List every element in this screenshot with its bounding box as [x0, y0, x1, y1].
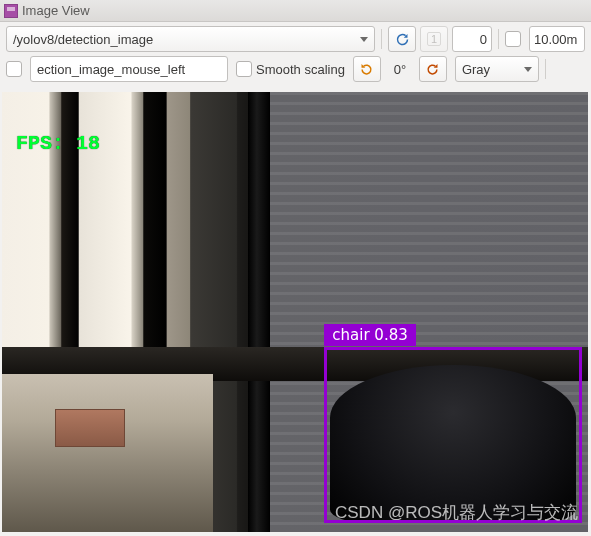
divider [545, 59, 546, 79]
scene-window-frame [248, 92, 270, 532]
colormap-value: Gray [462, 62, 490, 77]
detection-bbox-chair: chair 0.83 [324, 347, 582, 523]
detection-label: chair 0.83 [324, 324, 415, 346]
frame-number-value: 0 [480, 32, 487, 47]
rate-checkbox[interactable] [505, 31, 521, 47]
rotation-readout: 0° [385, 62, 415, 77]
topic-value: /yolov8/detection_image [13, 32, 153, 47]
refresh-button[interactable] [388, 26, 416, 52]
app-icon [4, 4, 18, 18]
divider [498, 29, 499, 49]
title-bar: Image View [0, 0, 591, 22]
mouse-publish-checkbox[interactable] [6, 61, 22, 77]
image-view[interactable]: FPS: 18 chair 0.83 CSDN @ROS机器人学习与交流 [2, 92, 588, 532]
toolbar-row-1: /yolov8/detection_image 1 0 10.00m [0, 22, 591, 56]
smooth-label: Smooth scaling [256, 62, 345, 77]
scene-shelf [2, 374, 213, 532]
mouse-topic-input[interactable]: ection_image_mouse_left [30, 56, 228, 82]
toolbar-row-2: ection_image_mouse_left Smooth scaling 0… [0, 56, 591, 86]
divider [381, 29, 382, 49]
rate-input[interactable]: 10.00m [529, 26, 585, 52]
rotate-right-icon [425, 62, 440, 77]
smooth-scaling-option[interactable]: Smooth scaling [236, 61, 345, 77]
colormap-select[interactable]: Gray [455, 56, 539, 82]
topic-selector[interactable]: /yolov8/detection_image [6, 26, 375, 52]
window-title: Image View [22, 3, 90, 18]
capture-label: 1 [427, 32, 441, 46]
chevron-down-icon [524, 67, 532, 72]
capture-button[interactable]: 1 [420, 26, 448, 52]
rotate-right-button[interactable] [419, 56, 447, 82]
rate-value: 10.00m [534, 32, 577, 47]
smooth-checkbox[interactable] [236, 61, 252, 77]
chevron-down-icon [360, 37, 368, 42]
mouse-topic-value: ection_image_mouse_left [37, 62, 185, 77]
watermark: CSDN @ROS机器人学习与交流 [335, 501, 578, 524]
rotate-left-button[interactable] [353, 56, 381, 82]
frame-number-input[interactable]: 0 [452, 26, 492, 52]
refresh-icon [395, 32, 410, 47]
rotate-left-icon [359, 62, 374, 77]
scene-box [55, 409, 125, 447]
fps-overlay: FPS: 18 [16, 132, 100, 155]
